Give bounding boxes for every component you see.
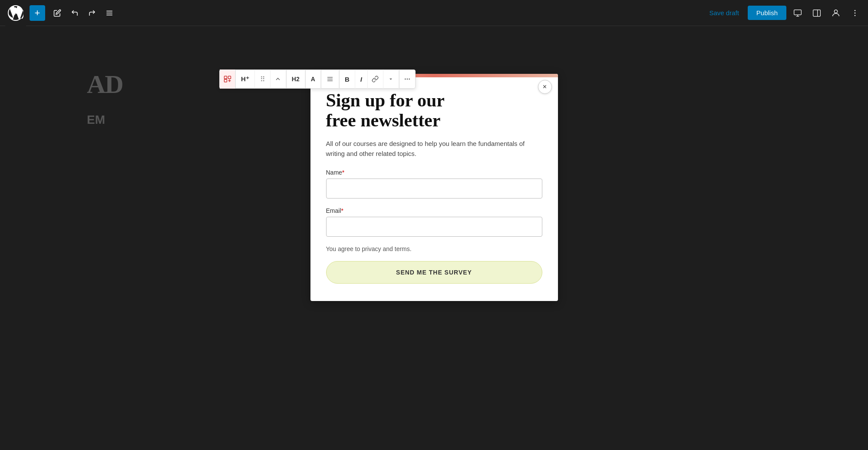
name-label: Name* xyxy=(326,169,542,176)
submit-button[interactable]: SEND ME THE SURVEY xyxy=(326,261,542,284)
block-toolbar: H⁺ ⠿ H2 A B I xyxy=(219,69,416,89)
heading-level-button[interactable]: H2 xyxy=(287,69,305,89)
more-options-inline-button[interactable] xyxy=(383,69,399,89)
modal-overlay: × Sign up for our free newsletter All of… xyxy=(0,26,868,450)
bold-button[interactable]: B xyxy=(340,69,355,89)
add-block-button[interactable]: + xyxy=(30,5,45,21)
name-input[interactable] xyxy=(326,179,542,199)
heading-transform-button[interactable]: H⁺ xyxy=(236,69,255,89)
avatar-button[interactable] xyxy=(828,5,844,21)
drag-handle-button[interactable]: ⠿ xyxy=(255,69,271,89)
undo-button[interactable] xyxy=(67,5,83,21)
publish-button[interactable]: Publish xyxy=(748,6,786,20)
top-toolbar: + Save draft Publish xyxy=(0,0,868,26)
save-draft-button[interactable]: Save draft xyxy=(704,7,744,19)
svg-point-19 xyxy=(407,79,408,80)
modal-description: All of our courses are designed to help … xyxy=(326,139,542,159)
italic-button[interactable]: I xyxy=(355,69,368,89)
edit-pen-button[interactable] xyxy=(50,5,65,21)
svg-point-8 xyxy=(834,10,837,13)
privacy-text: You agree to privacy and terms. xyxy=(326,245,542,252)
list-view-button[interactable] xyxy=(102,5,117,21)
svg-point-11 xyxy=(855,15,856,16)
redo-button[interactable] xyxy=(84,5,100,21)
move-arrows-button[interactable] xyxy=(271,69,286,89)
modal-title: Sign up for our free newsletter xyxy=(326,90,542,130)
align-button[interactable] xyxy=(321,69,339,89)
main-editor-area: AD EM H⁺ ⠿ H2 A B I xyxy=(0,26,868,450)
block-transform-button[interactable] xyxy=(220,69,235,89)
svg-point-20 xyxy=(409,79,410,80)
toolbar-right: Save draft Publish xyxy=(704,5,863,21)
text-color-button[interactable]: A xyxy=(306,69,321,89)
wordpress-logo[interactable] xyxy=(5,0,26,26)
block-more-button[interactable] xyxy=(399,69,415,89)
panel-button[interactable] xyxy=(809,5,825,21)
svg-point-10 xyxy=(855,12,856,13)
svg-rect-12 xyxy=(224,76,227,79)
svg-rect-3 xyxy=(794,10,802,15)
svg-rect-13 xyxy=(228,76,231,79)
modal-body: Sign up for our free newsletter All of o… xyxy=(310,77,558,301)
link-button[interactable] xyxy=(368,69,383,89)
email-label: Email* xyxy=(326,207,542,214)
more-options-button[interactable] xyxy=(847,5,863,21)
view-button[interactable] xyxy=(790,5,805,21)
svg-rect-14 xyxy=(224,79,227,82)
svg-rect-6 xyxy=(813,10,821,16)
email-input[interactable] xyxy=(326,217,542,237)
newsletter-modal: × Sign up for our free newsletter All of… xyxy=(310,74,558,301)
svg-point-9 xyxy=(855,10,856,11)
modal-close-button[interactable]: × xyxy=(538,80,552,94)
svg-point-18 xyxy=(405,79,406,80)
